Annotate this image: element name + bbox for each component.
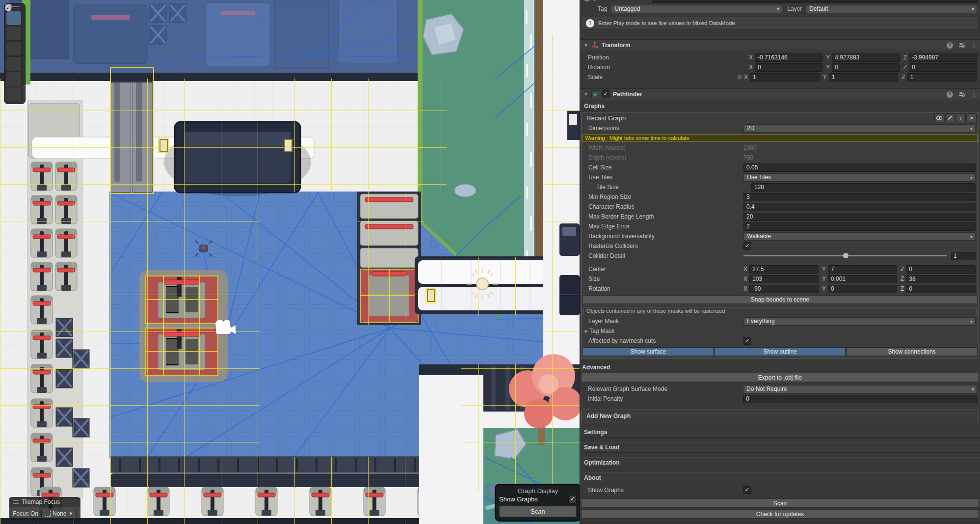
navmesh-cuts-checkbox[interactable]: ✓ [743, 337, 751, 345]
chevron-down-icon: ▼ [69, 511, 73, 516]
max-edge-error-field[interactable]: 2 [743, 222, 976, 231]
foldout-arrow-icon[interactable]: ▼ [583, 92, 589, 97]
transform-icon [591, 42, 598, 49]
advanced-heading: Advanced [582, 364, 610, 371]
width-voxels-value: 2060 [743, 144, 757, 151]
recast-graph-title: Recast Graph [586, 114, 626, 122]
export-obj-button[interactable]: Export to .obj file [581, 373, 979, 382]
delete-graph-icon[interactable]: ✕ [967, 113, 977, 122]
hand-tool-button[interactable] [6, 11, 22, 26]
scale-y-field[interactable]: 1 [829, 73, 899, 82]
graph-rotation-x-field[interactable]: -90 [749, 285, 819, 293]
about-section-header[interactable]: About [580, 472, 980, 483]
calc-time-warning: Warning : Might take some time to calcul… [583, 134, 978, 142]
check-updates-button[interactable]: Check for updates [581, 509, 979, 519]
layer-dropdown[interactable]: Default [806, 5, 977, 13]
use-tiles-dropdown[interactable]: Use Tiles [743, 173, 976, 182]
kebab-menu-icon[interactable]: ⋮ [971, 42, 977, 49]
foldout-arrow-icon[interactable]: ▶ [583, 329, 589, 333]
dimensions-dropdown[interactable]: 2D [743, 124, 976, 133]
background-traversability-dropdown[interactable]: Walkable [743, 232, 976, 241]
show-surface-button[interactable]: Show surface [583, 347, 714, 356]
scene-scan-button[interactable]: Scan [499, 506, 577, 517]
collider-detail-field[interactable]: 1 [951, 252, 976, 260]
rasterize-colliders-checkbox[interactable]: ✓ [743, 242, 751, 250]
min-region-size-field[interactable]: 3 [743, 193, 976, 201]
transform-component-header[interactable]: ▼ Transform ? ⋮ [580, 39, 980, 51]
max-border-edge-field[interactable]: 20 [743, 213, 976, 221]
scale-x-field[interactable]: 1 [750, 73, 820, 82]
presets-icon[interactable] [959, 42, 965, 48]
optimization-section-header[interactable]: Optimization [580, 457, 980, 468]
scene-view[interactable]: Tilemap Focus Focus On None ▼ Graph Disp… [0, 0, 580, 524]
transform-title: Transform [602, 42, 631, 49]
position-y-field[interactable]: 4.927883 [832, 54, 900, 62]
pathfinder-title: Pathfinder [613, 91, 642, 98]
scale-z-field[interactable]: 1 [907, 73, 977, 82]
initial-penalty-label: Initial Penalty [588, 395, 743, 402]
cell-size-field[interactable]: 0.05 [743, 164, 976, 172]
pathfinder-enabled-checkbox[interactable]: ✓ [602, 90, 609, 98]
max-border-edge-label: Max Border Edge Length [588, 213, 743, 220]
presets-icon[interactable] [959, 91, 965, 97]
graph-info-icon[interactable]: i [956, 113, 966, 122]
initial-penalty-field[interactable]: 0 [743, 395, 977, 403]
overlay-drag-handle-icon [13, 500, 19, 504]
show-outline-button[interactable]: Show outline [715, 347, 846, 356]
size-z-field[interactable]: 38 [906, 275, 976, 283]
scale-tool-button[interactable] [6, 56, 22, 71]
show-connections-button[interactable]: Show connections [846, 347, 978, 356]
transform-tool-button[interactable] [6, 87, 22, 102]
rotation-z-field[interactable]: 0 [909, 63, 977, 72]
rotation-y-field[interactable]: 0 [832, 63, 900, 72]
scan-button[interactable]: Scan [581, 498, 979, 508]
show-graphs-checkbox[interactable]: ✓ [743, 486, 751, 494]
center-y-field[interactable]: 7 [828, 265, 897, 274]
save-load-section-header[interactable]: Save & Load [580, 442, 980, 453]
transform-tool-icon [4, 3, 12, 11]
foldout-arrow-icon[interactable]: ▼ [583, 43, 589, 48]
tag-dropdown[interactable]: Untagged [611, 5, 782, 13]
size-y-field[interactable]: 0.001 [828, 275, 897, 283]
link-constrain-icon[interactable]: ⊘ [736, 74, 743, 81]
graph-visibility-eye-icon[interactable] [934, 113, 944, 122]
layer-mask-dropdown[interactable]: Everything [743, 317, 976, 326]
tile-size-label: Tile Size [588, 184, 751, 191]
character-radius-field[interactable]: 0.4 [743, 203, 976, 211]
tilemap-icon [45, 511, 51, 517]
position-z-field[interactable]: -3.994987 [909, 54, 977, 62]
show-graphs-checkbox[interactable]: ✓ [568, 495, 577, 503]
recast-graph-box: Recast Graph i ✕ Dimensions 2D Warning :… [581, 112, 979, 359]
pathfinder-component-header[interactable]: ▼ # ✓ Pathfinder ? ⋮ [580, 88, 980, 100]
graph-rotation-z-field[interactable]: 0 [906, 285, 976, 293]
tag-label: Tag [598, 5, 607, 12]
collider-detail-label: Collider Detail [588, 252, 743, 259]
surface-mode-dropdown[interactable]: Do Not Require [743, 385, 977, 393]
help-icon[interactable]: ? [947, 42, 953, 49]
move-tool-button[interactable] [6, 26, 22, 41]
rect-tool-button[interactable] [6, 72, 22, 86]
center-z-field[interactable]: 0 [906, 265, 976, 274]
collider-detail-slider[interactable] [743, 252, 947, 259]
show-graphs-label: Show Graphs [588, 487, 743, 494]
tile-size-field[interactable]: 128 [751, 183, 976, 192]
tilemap-focus-header[interactable]: Tilemap Focus [9, 497, 80, 507]
snap-bounds-button[interactable]: Snap bounds to scene [583, 295, 978, 304]
playmode-notice: ! Enter Play mode to see live values in … [582, 17, 979, 29]
focus-on-dropdown[interactable]: None ▼ [41, 509, 77, 519]
help-icon[interactable]: ? [947, 91, 953, 98]
unity-editor: Tilemap Focus Focus On None ▼ Graph Disp… [0, 0, 980, 524]
add-new-graph-header[interactable]: Add New Graph [581, 410, 979, 422]
edit-graph-pencil-icon[interactable] [945, 113, 955, 122]
kebab-menu-icon[interactable]: ⋮ [971, 91, 977, 98]
settings-section-header[interactable]: Settings [580, 427, 980, 438]
inspector-panel: ▼ Tag Untagged Layer Default ! Enter Pla… [580, 0, 980, 524]
center-x-field[interactable]: 27.5 [749, 265, 819, 274]
rotation-x-field[interactable]: 0 [755, 63, 822, 72]
center-label: Center [588, 266, 743, 273]
position-x-field[interactable]: -0.7163146 [755, 54, 822, 62]
rotate-tool-button[interactable] [6, 41, 22, 56]
gameobject-name-field[interactable] [652, 0, 978, 3]
graph-rotation-y-field[interactable]: 0 [828, 285, 897, 293]
size-x-field[interactable]: 103 [749, 275, 819, 283]
